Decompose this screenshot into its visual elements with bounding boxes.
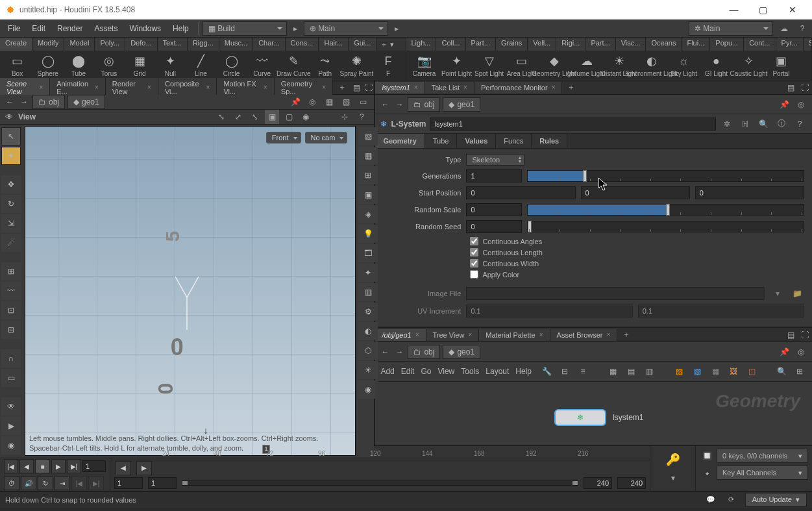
pane-expand-icon[interactable]: ⛶ — [363, 81, 375, 95]
select-mode2-icon[interactable]: ⤢ — [231, 110, 245, 124]
shelf-tab[interactable]: Flui... — [682, 38, 710, 51]
startpos-x-input[interactable] — [466, 186, 575, 199]
menu-windows[interactable]: Windows — [124, 21, 166, 36]
radial-menu-selector[interactable]: ✲ Main — [689, 21, 773, 36]
help-icon[interactable]: ? — [354, 110, 369, 124]
move-tool-icon[interactable]: ✥ — [1, 175, 21, 193]
shelf-tool-geometry-light[interactable]: ◆Geometry Light — [540, 53, 569, 77]
cb-cont-length[interactable] — [470, 248, 478, 256]
pane-add-button[interactable]: ＋ — [617, 329, 635, 340]
shelf-tab[interactable]: Modify — [32, 38, 64, 51]
net-menu-go[interactable]: Go — [421, 367, 431, 376]
scale-tool-icon[interactable]: ⇲ — [1, 214, 21, 232]
randseed-input[interactable] — [466, 220, 522, 233]
pose-tool-icon[interactable]: ☄ — [1, 234, 21, 252]
pane-add-button[interactable]: ＋ — [333, 82, 351, 93]
jump-icon[interactable]: ℍ — [738, 117, 752, 131]
pin-icon[interactable]: 📌 — [777, 97, 791, 112]
path-geo1[interactable]: ◆geo1 — [68, 95, 105, 109]
randscale-input[interactable] — [466, 203, 522, 216]
shelf-tab[interactable]: Text... — [158, 38, 188, 51]
pane-tab[interactable]: Render View× — [106, 78, 158, 97]
network-node-lsystem1[interactable]: ❄ lsystem1 — [554, 409, 643, 426]
viewport-camview-dropdown[interactable]: No cam — [305, 132, 348, 143]
shelf-tab[interactable]: Musc... — [219, 38, 253, 51]
snapshot-icon[interactable]: ▭ — [356, 95, 370, 109]
shelf-tab[interactable]: Oceans — [646, 38, 682, 51]
select-obj-icon[interactable]: ✦ — [1, 147, 21, 165]
shelf-tab[interactable]: Char... — [253, 38, 285, 51]
net-menu-layout[interactable]: Layout — [486, 367, 509, 376]
shelf-tab[interactable]: Rigi... — [556, 38, 585, 51]
first-frame-button[interactable]: |◀ — [4, 459, 18, 473]
menu-file[interactable]: File — [3, 21, 25, 36]
shelf-tab[interactable]: Spa... — [804, 38, 811, 51]
disp-templates-icon[interactable]: ⊞ — [358, 166, 378, 184]
shelf-tab[interactable]: Vell... — [528, 38, 556, 51]
link-icon[interactable]: ◎ — [794, 97, 808, 112]
nav-fwd-icon[interactable]: → — [393, 99, 405, 110]
disp-toggles-icon[interactable]: ▥ — [358, 283, 378, 301]
disp-selectable-icon[interactable]: ▣ — [358, 186, 378, 204]
path-obj[interactable]: 🗀obj — [32, 95, 65, 109]
shelf-tab[interactable]: Hair... — [319, 38, 349, 51]
menu-assets[interactable]: Assets — [89, 21, 123, 36]
shelf-tool-tube[interactable]: ⬤Tube — [65, 53, 92, 77]
shelf-tool-camera[interactable]: 📷Camera — [410, 53, 439, 77]
pane-tab-treeview[interactable]: Tree View× — [426, 329, 480, 341]
shelf-tool-caustic-light[interactable]: ✧Caustic Light — [735, 53, 763, 77]
close-button[interactable]: ✕ — [778, 1, 807, 19]
shelf-tool-curve[interactable]: 〰Curve — [249, 53, 275, 77]
keymode-icon[interactable]: ▾ — [666, 471, 680, 485]
shelf-tool-circle[interactable]: ◯Circle — [218, 53, 245, 77]
display-opts-icon[interactable]: ▦ — [322, 95, 336, 109]
shelf-tab[interactable]: Cons... — [286, 38, 319, 51]
pane-tab-takelist[interactable]: Take List× — [425, 82, 474, 93]
shelf-tool-null[interactable]: ✦Null — [157, 53, 184, 77]
nav-back-icon[interactable]: ← — [379, 346, 391, 358]
realtime-icon[interactable]: ⏱ — [4, 476, 19, 490]
node-name-input[interactable] — [430, 118, 716, 131]
shelf-add-button[interactable]: ＋ ▾ — [376, 38, 397, 51]
shelf-tab[interactable]: Rigg... — [188, 38, 219, 51]
range-end-input[interactable] — [617, 477, 646, 489]
generations-slider[interactable] — [527, 170, 804, 182]
nav-fwd-icon[interactable]: → — [393, 346, 405, 358]
desktop-selector[interactable]: ▦ Build — [203, 21, 287, 36]
disp-colorfix-icon[interactable]: ◐ — [358, 322, 378, 340]
help-icon[interactable]: ? — [793, 117, 807, 131]
handle-opts-icon[interactable]: ⊹ — [338, 110, 352, 124]
pane-add-button[interactable]: ＋ — [562, 82, 580, 93]
key-icon[interactable]: ⬥ — [700, 466, 714, 480]
shelf-tool-environment-light[interactable]: ◐Environment Light — [637, 53, 666, 77]
path-geo1[interactable]: ◆geo1 — [443, 345, 480, 359]
shelf-tab[interactable]: Ligh... — [406, 38, 437, 51]
net-menu-add[interactable]: Add — [380, 367, 394, 376]
pin-icon[interactable]: 📌 — [777, 345, 791, 359]
disp-options-icon[interactable]: ⚙ — [358, 303, 378, 321]
scope-icon[interactable]: 🔲 — [700, 449, 714, 463]
list-icon[interactable]: ≡ — [576, 364, 590, 379]
desktop-nav-icon[interactable]: ▸ — [288, 21, 302, 36]
shelf-tab[interactable]: Part... — [585, 38, 615, 51]
wrench-icon[interactable]: 🔧 — [539, 364, 554, 379]
shelf-tool-line[interactable]: ╱Line — [188, 53, 214, 77]
sticky-icon[interactable]: ▨ — [672, 364, 686, 379]
network-canvas[interactable]: Geometry ❄ lsystem1 — [375, 382, 812, 445]
prev-frame-button[interactable]: ◀ — [19, 459, 34, 473]
menu-render[interactable]: Render — [52, 21, 88, 36]
flipbook-icon[interactable]: ▶ — [1, 417, 21, 435]
palette-icon[interactable]: ◫ — [744, 364, 759, 379]
path-obj[interactable]: 🗀obj — [408, 97, 440, 112]
pane-tab-assetbrowser[interactable]: Asset Browser× — [550, 329, 618, 341]
cloud-icon[interactable]: ☁ — [777, 21, 791, 36]
gear-icon[interactable]: ✲ — [720, 117, 734, 131]
search-icon[interactable]: 🔍 — [774, 364, 789, 379]
loop-icon[interactable]: ↻ — [38, 476, 53, 490]
context-nav-icon[interactable]: ▸ — [389, 21, 404, 36]
cb-apply-color[interactable] — [470, 270, 478, 279]
pane-menu-icon[interactable]: ▤ — [351, 81, 363, 95]
shelf-tab[interactable]: Defo... — [125, 38, 157, 51]
net-menu-view[interactable]: View — [437, 367, 454, 376]
startpos-z-input[interactable] — [695, 186, 804, 199]
